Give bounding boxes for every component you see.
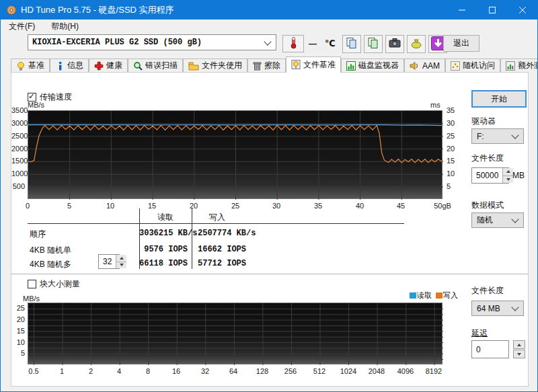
tab-benchmark[interactable]: 基准 bbox=[11, 58, 50, 72]
axis-tick: 40 bbox=[345, 202, 375, 210]
axis-tick: 15 bbox=[11, 327, 25, 336]
axis-tick: 30 bbox=[447, 119, 455, 128]
error-scan-icon bbox=[133, 61, 143, 71]
maximize-button[interactable] bbox=[477, 1, 507, 19]
app-icon bbox=[6, 5, 17, 15]
menu-file[interactable]: 文件(F) bbox=[1, 19, 43, 33]
tab-random-access[interactable]: 随机访问 bbox=[445, 58, 500, 72]
drive-label: 驱动器 bbox=[471, 116, 496, 127]
axis-tick: 512 bbox=[305, 367, 334, 376]
axis-tick: 4096 bbox=[391, 367, 420, 376]
exit-button[interactable]: 退出 bbox=[443, 35, 479, 52]
axis-tick: 2000 bbox=[11, 145, 25, 153]
axis-tick: 35 bbox=[303, 202, 333, 210]
tab-aam[interactable]: AAM bbox=[404, 58, 445, 72]
block-file-length-label: 文件长度 bbox=[471, 285, 504, 297]
axis-tick: 30 bbox=[262, 202, 291, 210]
axis-tick: 45 bbox=[386, 202, 416, 210]
block-size-checkbox[interactable]: 块大小测量 bbox=[28, 278, 80, 290]
copy-results-button[interactable] bbox=[364, 35, 383, 53]
block-file-length-select[interactable]: 64 MB bbox=[471, 301, 524, 316]
axis-tick: 20 bbox=[179, 202, 208, 210]
tab-file-benchmark[interactable]: 文件基准 bbox=[286, 56, 341, 73]
axis-tick: 0 bbox=[13, 202, 42, 210]
save-icon bbox=[410, 38, 422, 50]
tab-erase[interactable]: 擦除 bbox=[247, 58, 286, 72]
axis-tick: 25 bbox=[221, 202, 250, 210]
temperature-button[interactable] bbox=[282, 35, 304, 52]
benchmark-icon bbox=[16, 61, 26, 71]
tab-extra-tests[interactable]: 额外测试 bbox=[500, 58, 538, 72]
chevron-down-icon bbox=[511, 303, 518, 311]
random-single-write-value: 16662 IOPS bbox=[198, 245, 246, 254]
tab-label: 基准 bbox=[28, 60, 44, 71]
tab-info[interactable]: 信息 bbox=[50, 58, 89, 72]
tab-error-scan[interactable]: 错误扫描 bbox=[128, 58, 183, 72]
folder-usage-icon bbox=[188, 61, 199, 71]
axis-tick: 2048 bbox=[362, 367, 391, 376]
axis-tick: 16 bbox=[161, 367, 191, 376]
health-icon bbox=[94, 61, 104, 71]
stepper-down-icon[interactable] bbox=[116, 262, 126, 269]
titlebar: HD Tune Pro 5.75 - 硬盘/SSD 实用程序 bbox=[1, 1, 537, 19]
tab-label: 健康 bbox=[106, 60, 122, 71]
save-button[interactable] bbox=[407, 35, 426, 53]
temperature-reading: — ℃ bbox=[309, 38, 336, 48]
axis-tick: 8 bbox=[133, 367, 163, 376]
start-button[interactable]: 开始 bbox=[471, 90, 527, 108]
axis-tick: 3000 bbox=[11, 119, 25, 128]
tab-label: 文件基准 bbox=[303, 59, 336, 71]
table-header-write: 写入 bbox=[192, 212, 243, 223]
axis-tick: 3500 bbox=[11, 106, 25, 115]
transfer-speed-chart: MB/s ms 35003000250020001500100050035302… bbox=[11, 100, 471, 214]
close-button[interactable] bbox=[507, 1, 537, 19]
tab-disk-monitor[interactable]: 磁盘监视器 bbox=[341, 58, 404, 72]
drive-select[interactable]: F: bbox=[471, 128, 524, 144]
delay-up-button[interactable] bbox=[513, 340, 525, 349]
table-column-divider bbox=[192, 208, 192, 269]
file-length-stepper[interactable]: 50000 bbox=[471, 167, 509, 184]
file-length-label: 文件长度 bbox=[471, 153, 504, 164]
table-row-label: 顺序 bbox=[30, 229, 46, 240]
drive-select-value: F: bbox=[472, 132, 510, 141]
block-size-label: 块大小测量 bbox=[40, 278, 80, 290]
axis-tick: 5 bbox=[11, 349, 25, 358]
menubar: 文件(F) 帮助(H) bbox=[1, 19, 537, 33]
device-select[interactable]: KIOXIA-EXCERIA PLUS G2 SSD (500 gB) bbox=[28, 34, 276, 50]
thermometer-icon bbox=[289, 36, 297, 51]
file-length-unit: MB bbox=[512, 171, 525, 180]
axis-tick: 256 bbox=[276, 367, 305, 376]
axis-tick: 0.5 bbox=[19, 367, 48, 376]
file-benchmark-icon bbox=[291, 60, 301, 69]
axis-tick: 1 bbox=[47, 367, 77, 376]
tab-health[interactable]: 健康 bbox=[89, 58, 128, 72]
toolbar: KIOXIA-EXCERIA PLUS G2 SSD (500 gB) — ℃ … bbox=[1, 33, 537, 55]
queue-depth-stepper[interactable]: 32 bbox=[98, 254, 120, 269]
sequential-write-value: 2507774 KB/s bbox=[198, 229, 256, 238]
random-single-read-value: 9576 IOPS bbox=[139, 245, 188, 254]
axis-tick: 1024 bbox=[334, 367, 363, 376]
delay-input[interactable]: 0 bbox=[471, 340, 509, 358]
axis-tick: 20 bbox=[11, 315, 25, 324]
copy-button[interactable] bbox=[342, 35, 361, 53]
data-mode-select[interactable]: 随机 bbox=[471, 212, 524, 228]
app-window: HD Tune Pro 5.75 - 硬盘/SSD 实用程序 文件(F) 帮助(… bbox=[0, 0, 538, 392]
menu-help[interactable]: 帮助(H) bbox=[43, 19, 87, 33]
minimize-button[interactable] bbox=[447, 1, 477, 19]
copy-icon bbox=[346, 37, 358, 51]
device-select-value: KIOXIA-EXCERIA PLUS G2 SSD (500 gB) bbox=[28, 38, 262, 47]
y-axis-unit-right: ms bbox=[430, 101, 440, 109]
axis-tick: 25 bbox=[447, 132, 455, 141]
tab-label: 擦除 bbox=[264, 60, 280, 71]
delay-down-button[interactable] bbox=[513, 350, 525, 358]
data-mode-value: 随机 bbox=[472, 214, 510, 226]
tab-label: 错误扫描 bbox=[145, 60, 178, 71]
stepper-up-icon[interactable] bbox=[116, 255, 126, 262]
queue-depth-value: 32 bbox=[99, 257, 116, 266]
axis-tick: 4 bbox=[104, 367, 134, 376]
axis-tick: 128 bbox=[247, 367, 277, 376]
axis-tick: 1000 bbox=[11, 169, 25, 178]
screenshot-button[interactable] bbox=[385, 35, 404, 53]
tab-folder-usage[interactable]: 文件夹使用 bbox=[183, 58, 247, 72]
tab-label: 额外测试 bbox=[518, 60, 538, 71]
